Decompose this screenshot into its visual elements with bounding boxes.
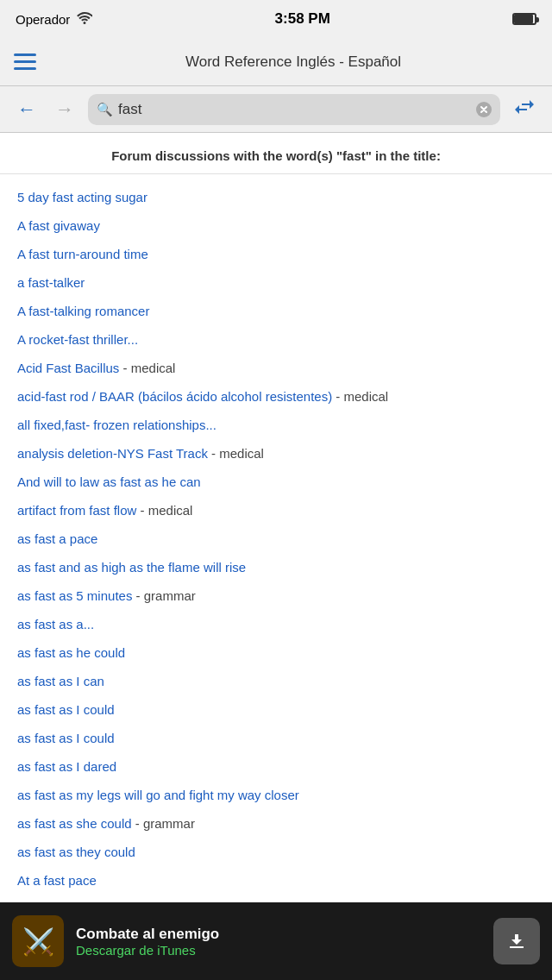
result-link[interactable]: acid-fast rod / BAAR (bácilos ácido alco…	[17, 389, 332, 404]
list-item[interactable]: At a fast pace	[0, 866, 552, 895]
result-link[interactable]: 5 day fast acting sugar	[17, 190, 147, 204]
result-link[interactable]: At a fast pace	[17, 873, 97, 888]
list-item[interactable]: as fast as I can	[0, 667, 552, 695]
list-item[interactable]: 5 day fast acting sugar	[0, 183, 552, 211]
status-bar: Operador 3:58 PM	[0, 0, 552, 38]
result-link[interactable]: A fast turn-around time	[17, 247, 148, 261]
ad-banner[interactable]: ⚔️ Combate al enemigo Descargar de iTune…	[0, 902, 552, 980]
search-icon: 🔍	[97, 102, 113, 117]
forum-header: Forum discussions with the word(s) "fast…	[0, 133, 552, 174]
result-link[interactable]: as fast as my legs will go and fight my …	[17, 788, 299, 802]
list-item[interactable]: as fast as I could	[0, 724, 552, 752]
list-item[interactable]: A fast turn-around time	[0, 240, 552, 268]
list-item[interactable]: as fast as my legs will go and fight my …	[0, 781, 552, 809]
result-suffix: - grammar	[132, 588, 195, 603]
list-item[interactable]: acid-fast rod / BAAR (bácilos ácido alco…	[0, 382, 552, 411]
result-link[interactable]: a fast-talker	[17, 275, 85, 290]
ad-subtitle: Descargar de iTunes	[76, 943, 481, 958]
result-link[interactable]: as fast as they could	[17, 845, 135, 859]
wifi-icon	[77, 12, 92, 27]
result-link[interactable]: as fast as she could	[17, 816, 132, 831]
list-item[interactable]: as fast and as high as the flame will ri…	[0, 553, 552, 581]
result-link[interactable]: all fixed,fast- frozen relationships...	[17, 418, 216, 432]
battery-icon	[512, 13, 536, 25]
search-input[interactable]	[118, 101, 471, 118]
nav-title: Word Reference Inglés - Español	[48, 53, 538, 71]
list-item[interactable]: as fast as 5 minutes - grammar	[0, 581, 552, 610]
result-suffix: - medical	[136, 503, 192, 518]
result-link[interactable]: A rocket-fast thriller...	[17, 332, 138, 347]
list-item[interactable]: as fast as a...	[0, 610, 552, 638]
result-link[interactable]: analysis deletion-NYS Fast Track	[17, 446, 208, 461]
result-link[interactable]: as fast as a...	[17, 617, 94, 631]
list-item[interactable]: as fast as they could	[0, 838, 552, 866]
list-item[interactable]: A fast-talking romancer	[0, 297, 552, 325]
list-item[interactable]: as fast as he could	[0, 638, 552, 667]
result-link[interactable]: artifact from fast flow	[17, 503, 136, 518]
list-item[interactable]: A fast givaway	[0, 211, 552, 240]
list-item[interactable]: as fast as I could	[0, 695, 552, 724]
list-item[interactable]: as fast as she could - grammar	[0, 809, 552, 838]
ad-icon: ⚔️	[12, 915, 64, 967]
ad-text: Combate al enemigo Descargar de iTunes	[76, 926, 481, 958]
result-link[interactable]: as fast and as high as the flame will ri…	[17, 560, 246, 575]
list-item[interactable]: all fixed,fast- frozen relationships...	[0, 411, 552, 439]
list-item[interactable]: And will to law as fast as he can	[0, 468, 552, 496]
result-link[interactable]: as fast as he could	[17, 645, 125, 660]
result-link[interactable]: as fast as I dared	[17, 759, 116, 774]
time-label: 3:58 PM	[275, 10, 330, 28]
result-link[interactable]: A fast-talking romancer	[17, 304, 149, 318]
nav-bar: Word Reference Inglés - Español	[0, 38, 552, 86]
hamburger-button[interactable]	[14, 53, 36, 70]
list-item[interactable]: a fast-talker	[0, 268, 552, 297]
list-item[interactable]: Acid Fast Bacillus - medical	[0, 354, 552, 382]
forward-button[interactable]: →	[50, 95, 79, 124]
result-link[interactable]: Acid Fast Bacillus	[17, 361, 119, 375]
result-link[interactable]: as fast as I could	[17, 731, 115, 745]
results-list: 5 day fast acting sugarA fast givawayA f…	[0, 174, 552, 980]
result-link[interactable]: as fast a pace	[17, 531, 97, 546]
swap-language-button[interactable]	[509, 93, 540, 126]
ad-icon-emoji: ⚔️	[22, 927, 54, 957]
result-link[interactable]: as fast as 5 minutes	[17, 588, 132, 603]
list-item[interactable]: analysis deletion-NYS Fast Track - medic…	[0, 439, 552, 468]
carrier-label: Operador	[16, 12, 70, 27]
ad-title: Combate al enemigo	[76, 926, 481, 943]
result-suffix: - medical	[119, 361, 175, 375]
list-item[interactable]: as fast a pace	[0, 525, 552, 553]
result-link[interactable]: as fast as I can	[17, 674, 104, 688]
result-link[interactable]: A fast givaway	[17, 218, 100, 233]
back-button[interactable]: ←	[12, 95, 41, 124]
list-item[interactable]: artifact from fast flow - medical	[0, 496, 552, 525]
content-area: Forum discussions with the word(s) "fast…	[0, 133, 552, 980]
result-suffix: - medical	[332, 389, 388, 404]
toolbar: ← → 🔍	[0, 86, 552, 133]
ad-download-button[interactable]	[493, 918, 540, 964]
clear-button[interactable]	[476, 102, 492, 117]
result-suffix: - grammar	[132, 816, 195, 831]
list-item[interactable]: A rocket-fast thriller...	[0, 325, 552, 354]
search-box: 🔍	[88, 94, 500, 125]
list-item[interactable]: as fast as I dared	[0, 752, 552, 781]
result-link[interactable]: as fast as I could	[17, 702, 115, 717]
result-link[interactable]: And will to law as fast as he can	[17, 474, 201, 489]
result-suffix: - medical	[208, 446, 264, 461]
